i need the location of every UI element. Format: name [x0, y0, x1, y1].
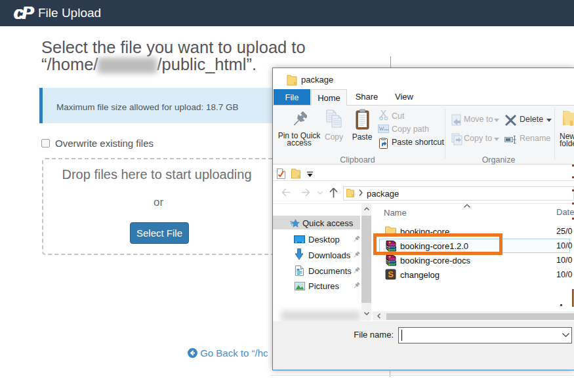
svg-text:S: S: [388, 269, 394, 279]
